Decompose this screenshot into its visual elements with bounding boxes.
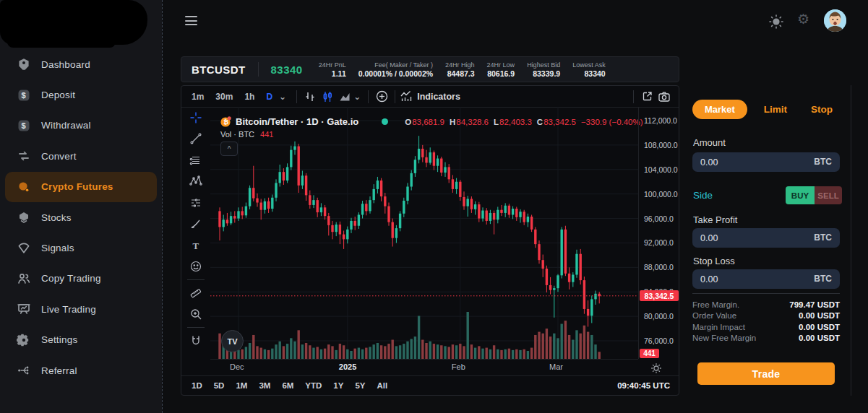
interval-button-1h[interactable]: 1h xyxy=(239,92,260,102)
hamburger-menu-icon[interactable] xyxy=(185,16,197,28)
sell-button[interactable]: SELL xyxy=(815,186,842,204)
interval-button-30m[interactable]: 30m xyxy=(210,92,239,102)
range-button-6M[interactable]: 6M xyxy=(282,381,293,390)
ohlc-values: O83,681.9H84,328.6L82,403.3C83,342.5−330… xyxy=(400,118,643,126)
sidebar-item-label: Deposit xyxy=(41,90,75,100)
sidebar-item-label: Stocks xyxy=(41,212,72,223)
long-position-icon[interactable] xyxy=(181,192,210,214)
sidebar-item-live-trading[interactable]: Live Trading xyxy=(5,294,157,324)
range-button-All[interactable]: All xyxy=(377,381,388,390)
candlestick-style-icon[interactable] xyxy=(319,89,336,105)
axis-settings-gear-icon[interactable] xyxy=(650,362,664,376)
compare-plus-icon[interactable] xyxy=(373,89,390,105)
current-price-badge: 83,342.5 xyxy=(640,290,679,301)
price-axis-tick: 88,000.0 xyxy=(644,263,674,271)
sidebar-item-dashboard[interactable]: Dashboard xyxy=(5,49,157,79)
sidebar-item-convert[interactable]: Convert xyxy=(5,141,157,171)
stop-loss-field: BTC xyxy=(692,269,840,289)
ohlc-key: O xyxy=(405,118,411,126)
text-icon[interactable]: T xyxy=(181,235,210,256)
sidebar-item-settings[interactable]: Settings xyxy=(5,325,157,355)
side-label: Side xyxy=(693,190,713,201)
svg-text:$: $ xyxy=(22,91,26,100)
tab-stop[interactable]: Stop xyxy=(804,100,840,119)
ticker-stat-value: 80616.9 xyxy=(487,69,515,78)
order-stat-value: 0.00 USDT xyxy=(799,311,840,320)
live-trading-icon xyxy=(17,302,31,316)
tab-market[interactable]: Market xyxy=(692,100,747,119)
time-axis[interactable]: Dec2025FebMar xyxy=(210,359,638,376)
ticker-stat-value: 0.00001% / 0.00002% xyxy=(358,69,433,78)
tab-limit[interactable]: Limit xyxy=(757,100,794,119)
interval-button-D[interactable]: D xyxy=(260,92,278,102)
open-external-icon[interactable] xyxy=(638,89,656,105)
order-stat-value: 0.00 USDT xyxy=(799,323,840,331)
range-button-3M[interactable]: 3M xyxy=(259,381,270,390)
amount-label: Amount xyxy=(693,137,726,148)
buy-button[interactable]: BUY xyxy=(786,186,815,204)
price-axis[interactable]: 112,000.0108,000.0104,000.0100,000.096,0… xyxy=(638,107,680,359)
ticker-stat: Lowest Ask83340 xyxy=(572,61,606,78)
pattern-icon[interactable] xyxy=(181,171,210,193)
range-button-1D[interactable]: 1D xyxy=(192,381,202,390)
stocks-icon xyxy=(17,210,31,225)
interval-dropdown-chevron[interactable]: ⌄ xyxy=(278,92,292,102)
sidebar-item-copy-trading[interactable]: Copy Trading xyxy=(5,264,157,294)
take-profit-label: Take Profit xyxy=(693,214,737,225)
brush-icon[interactable] xyxy=(181,214,210,235)
sidebar-item-label: Settings xyxy=(41,334,77,345)
ohlc-key: C xyxy=(537,118,543,126)
sidebar-item-stocks[interactable]: Stocks xyxy=(5,202,157,232)
settings-gear-icon[interactable]: ⚙ xyxy=(797,12,809,26)
magnet-icon[interactable] xyxy=(181,330,210,352)
crosshair-icon[interactable] xyxy=(181,107,210,129)
drawing-tools-column: T xyxy=(181,107,210,352)
price-axis-tick: 108,000.0 xyxy=(644,141,678,149)
horizontal-lines-icon[interactable] xyxy=(181,149,210,171)
take-profit-unit: BTC xyxy=(814,232,832,243)
user-avatar[interactable] xyxy=(824,9,846,32)
theme-sun-icon[interactable] xyxy=(768,14,784,30)
trade-button[interactable]: Trade xyxy=(697,362,835,385)
redacted-logo xyxy=(0,0,147,45)
ruler-icon[interactable] xyxy=(181,282,210,304)
emoji-icon[interactable] xyxy=(181,256,210,278)
ohlc-value: 83,681.9 xyxy=(412,118,444,126)
bar-interval-icon[interactable] xyxy=(301,89,319,105)
camera-snapshot-icon[interactable] xyxy=(656,89,673,105)
indicators-button[interactable]: Indicators xyxy=(400,90,460,103)
range-button-5Y[interactable]: 5Y xyxy=(355,381,365,390)
sidebar-item-crypto-futures[interactable]: Crypto Futures xyxy=(5,172,157,202)
style-dropdown-chevron[interactable]: ⌄ xyxy=(353,92,364,102)
order-stat-label: New Free Margin xyxy=(692,334,756,342)
order-stat-label: Margin Impact xyxy=(692,323,745,331)
sidebar-item-referral[interactable]: Referral xyxy=(5,355,157,386)
legend-collapse-button[interactable]: ^ xyxy=(220,142,238,156)
area-chart-style-icon[interactable] xyxy=(336,89,353,105)
chart-plot-area[interactable] xyxy=(210,107,638,359)
sidebar-item-signals[interactable]: Signals xyxy=(5,232,157,263)
order-stat-row: Margin Impact0.00 USDT xyxy=(692,321,840,333)
chart-toolbar: 1m30m1hD ⌄ ⌄ xyxy=(181,86,679,108)
interval-button-1m[interactable]: 1m xyxy=(186,92,210,102)
range-button-1Y[interactable]: 1Y xyxy=(333,381,343,390)
range-button-YTD[interactable]: YTD xyxy=(305,381,322,390)
ohlc-key: L xyxy=(494,118,499,126)
amount-unit: BTC xyxy=(814,157,832,167)
range-button-1M[interactable]: 1M xyxy=(236,381,247,390)
ticker-stats: 24Hr PnL1.11Fee( Maker / Taker )0.00001%… xyxy=(319,61,618,78)
ticker-stat: Fee( Maker / Taker )0.00001% / 0.00002% xyxy=(358,61,433,78)
sidebar-item-withdrawal[interactable]: $Withdrawal xyxy=(5,110,157,141)
trade-panel-divider xyxy=(851,85,851,396)
zoom-in-icon[interactable] xyxy=(181,304,210,326)
tradingview-logo[interactable]: TV xyxy=(221,330,244,352)
tools-divider xyxy=(187,279,205,280)
volume-label: Vol · BTC xyxy=(220,130,254,139)
range-button-5D[interactable]: 5D xyxy=(214,381,225,390)
trendline-icon[interactable] xyxy=(181,129,210,150)
ticker-stat: 24Hr Low80616.9 xyxy=(487,61,515,78)
ticker-stat: 24Hr PnL1.11 xyxy=(319,61,346,78)
sidebar-item-label: Crypto Futures xyxy=(41,181,113,192)
sidebar-item-deposit[interactable]: $Deposit xyxy=(5,79,157,110)
time-axis-label: 2025 xyxy=(339,362,356,371)
